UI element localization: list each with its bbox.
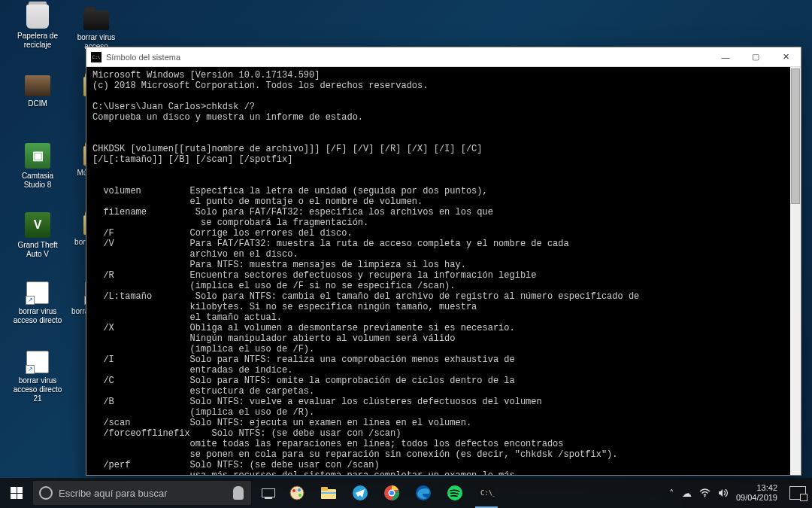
explorer-icon[interactable] (313, 478, 344, 508)
desktop-icon[interactable]: Papelera de reciclaje (11, 5, 65, 50)
scrollbar-thumb[interactable] (791, 68, 800, 204)
desktop-icon[interactable]: borrar virus acceso directo (11, 281, 65, 325)
maximize-button[interactable]: ▢ (741, 47, 771, 67)
volume-icon[interactable] (718, 488, 729, 497)
paint-icon[interactable] (281, 478, 313, 508)
svg-point-15 (704, 496, 705, 497)
task-view-button[interactable] (256, 478, 281, 508)
taskbar: Escribe aquí para buscar C:\_ ˄ ☁ 13:42 … (0, 478, 812, 508)
svg-rect-6 (321, 492, 336, 494)
cortana-icon (39, 486, 53, 500)
desktop-icon[interactable]: DCIM (11, 74, 65, 108)
clock-date[interactable]: 09/04/2019 (736, 493, 777, 503)
desktop-icon-label: Camtasia Studio 8 (11, 172, 65, 190)
chrome-icon[interactable] (376, 478, 408, 508)
scrollbar[interactable] (790, 67, 801, 475)
svg-point-0 (290, 486, 304, 500)
telegram-icon[interactable] (344, 478, 376, 508)
svg-point-3 (298, 494, 301, 497)
desktop-icon-label: Grand Theft Auto V (11, 241, 65, 259)
cmd-icon (91, 52, 102, 62)
desktop-icon-label: borrar virus acceso directo (11, 307, 65, 325)
tray-up-icon[interactable]: ˄ (669, 488, 674, 499)
action-center-icon[interactable] (789, 486, 806, 500)
desktop-icon-label: borrar virus acceso directo 21 (11, 376, 65, 403)
desktop-icon[interactable]: borrar virus acceso directo 21 (11, 351, 65, 403)
window-title: Símbolo del sistema (106, 53, 710, 62)
search-placeholder: Escribe aquí para buscar (59, 488, 226, 499)
svg-point-10 (389, 491, 394, 495)
clock-time[interactable]: 13:42 (736, 483, 777, 493)
mic-icon[interactable] (233, 486, 244, 500)
start-button[interactable] (0, 478, 33, 508)
close-button[interactable]: ✕ (771, 47, 801, 67)
onedrive-icon[interactable]: ☁ (682, 488, 692, 499)
taskbar-pinned-apps: C:\_ (281, 478, 502, 508)
svg-point-1 (292, 489, 295, 492)
desktop-icon-label: Papelera de reciclaje (11, 32, 65, 50)
windows-logo-icon (11, 487, 23, 499)
minimize-button[interactable]: — (710, 47, 741, 67)
svg-rect-5 (321, 487, 328, 491)
command-prompt-window: Símbolo del sistema — ▢ ✕ Microsoft Wind… (86, 47, 801, 476)
spotify-icon[interactable] (439, 478, 471, 508)
desktop-icon[interactable]: borrar virus acceso (69, 8, 123, 51)
svg-text:C:\_: C:\_ (480, 489, 495, 497)
search-box[interactable]: Escribe aquí para buscar (33, 481, 251, 505)
titlebar[interactable]: Símbolo del sistema — ▢ ✕ (86, 47, 801, 67)
desktop-icon[interactable]: VGrand Theft Auto V (11, 212, 65, 259)
desktop-icon[interactable]: ▣Camtasia Studio 8 (11, 143, 65, 190)
wifi-icon[interactable] (699, 488, 710, 497)
system-tray: ˄ ☁ 13:42 09/04/2019 (669, 483, 812, 503)
svg-point-2 (298, 488, 301, 491)
edge-icon[interactable] (408, 478, 439, 508)
cmd-icon[interactable]: C:\_ (471, 478, 502, 508)
console-output[interactable]: Microsoft Windows [Versión 10.0.17134.59… (86, 67, 801, 475)
desktop-icon-label: DCIM (11, 99, 65, 108)
